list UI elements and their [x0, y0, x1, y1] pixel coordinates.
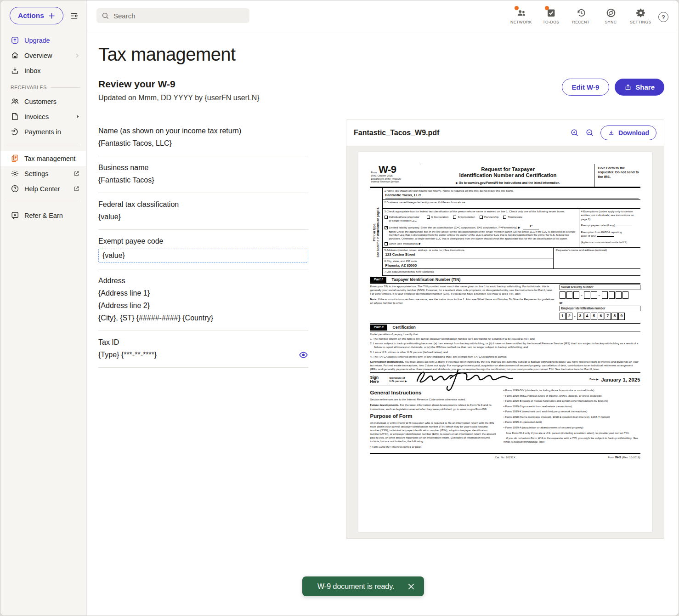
- question-mark-icon: ?: [662, 14, 665, 21]
- refer-earn-icon: [11, 211, 19, 220]
- page-title: Tax management: [98, 44, 664, 65]
- sidebar-item-refer-earn[interactable]: Refer & Earn: [0, 208, 86, 223]
- w9-part1-title: Taxpayer Identification Number (TIN): [392, 277, 461, 282]
- field-business-name: Business name {Fantastic Tacos}: [98, 156, 308, 193]
- field-label: Address: [98, 275, 308, 287]
- notification-dot: [515, 6, 519, 10]
- w9-give-form: Give Form to the requester. Do not send …: [594, 164, 640, 187]
- sidebar-item-overview[interactable]: Overview: [0, 48, 86, 63]
- updated-line: Updated on Mmm, DD YYYY by {userFN userL…: [98, 94, 260, 102]
- inbox-icon: [11, 66, 19, 75]
- signature: [413, 373, 588, 387]
- actions-label: Actions: [18, 11, 44, 20]
- w9-date-label: Date ▶: [589, 378, 598, 382]
- chevron-right-icon: [74, 53, 80, 58]
- collapse-sidebar-icon[interactable]: [69, 11, 79, 21]
- recent-button[interactable]: RECENT: [568, 7, 594, 24]
- checkbox-c-corp: [427, 216, 430, 219]
- sync-icon: [606, 8, 616, 18]
- todos-icon: [546, 8, 556, 18]
- sidebar-item-upgrade[interactable]: Upgrade: [0, 33, 86, 48]
- pdf-viewer[interactable]: FormW-9 (Rev. October 2018) Department o…: [346, 146, 664, 538]
- w9-line6-label: 6 City, state, and ZIP code: [385, 259, 551, 263]
- sidebar-item-payments-in[interactable]: Payments in: [0, 124, 86, 139]
- checkbox-trust: [503, 216, 506, 219]
- topbar-icons: NETWORK TO-DOS RECENT: [508, 7, 654, 24]
- upgrade-icon: [11, 36, 19, 45]
- w9-form-word: Form: [371, 171, 377, 174]
- zoom-in-icon[interactable]: [570, 128, 579, 137]
- w9-line7-label: 7 List account number(s) here (optional): [383, 269, 640, 276]
- sidebar-item-label: Settings: [24, 170, 48, 177]
- w9-line2-label: 2 Business name/disregarded entity name,…: [383, 200, 640, 209]
- w9-irs: Internal Revenue Service: [371, 180, 419, 183]
- sidebar-item-tax-management[interactable]: Tax management: [0, 151, 86, 166]
- field-address: Address {Address line 1} {Address line 2…: [98, 269, 308, 331]
- pdf-preview-panel: Fantastic_Tacos_W9.pdf Download: [346, 120, 664, 539]
- plus-icon: [48, 12, 55, 19]
- w9-line3-label: 3 Check appropriate box for federal tax …: [385, 210, 577, 213]
- field-value: {value}: [98, 211, 308, 223]
- w9-date-value: January 1, 2025: [601, 376, 640, 383]
- network-label: NETWORK: [510, 20, 532, 24]
- submenu-chevron-icon: [76, 114, 80, 119]
- sidebar-item-invoices[interactable]: Invoices: [0, 109, 86, 124]
- settings-button[interactable]: SETTINGS: [628, 7, 654, 24]
- edit-w9-label: Edit W-9: [572, 83, 600, 91]
- w9-part2-tag: Part II: [370, 325, 387, 331]
- reveal-tax-id-eye-icon[interactable]: [299, 351, 308, 359]
- download-icon: [608, 130, 615, 137]
- field-label: Name (as shown on your income tax return…: [98, 125, 308, 137]
- toast-close-icon[interactable]: [407, 582, 416, 591]
- help-button[interactable]: ?: [658, 12, 668, 22]
- w9-document-page: FormW-9 (Rev. October 2018) Department o…: [358, 152, 652, 532]
- sidebar-item-label: Customers: [24, 98, 57, 105]
- w9-purpose-title: Purpose of Form: [370, 413, 497, 420]
- sidebar-item-inbox[interactable]: Inbox: [0, 63, 86, 78]
- sidebar-nav: Upgrade Overview Inbox RECEIVABLES Custo…: [0, 33, 86, 223]
- settings-label: SETTINGS: [630, 20, 651, 24]
- w9-line1-value: Fantastic Tacos, LLC: [385, 193, 639, 199]
- network-button[interactable]: NETWORK: [508, 7, 534, 24]
- w9-sign-here: SignHere: [370, 376, 387, 384]
- share-label: Share: [635, 83, 655, 91]
- search-bar[interactable]: [96, 8, 249, 23]
- address-line-2: {Address line 2}: [98, 300, 308, 312]
- w9-ssn-boxes: – –: [560, 291, 640, 299]
- share-button[interactable]: Share: [615, 79, 664, 96]
- w9-title-1: Request for Taxpayer: [481, 166, 535, 172]
- sidebar-item-settings[interactable]: Settings: [0, 166, 86, 181]
- field-value: {Fantastic Tacos, LLC}: [98, 137, 308, 149]
- w9-ssn-label: Social security number: [560, 285, 640, 290]
- actions-button[interactable]: Actions: [10, 7, 63, 24]
- exempt-payee-value-box[interactable]: {value}: [98, 249, 308, 262]
- download-button[interactable]: Download: [600, 125, 656, 140]
- checkbox-individual: [385, 216, 388, 219]
- toast-message: W-9 document is ready.: [317, 582, 394, 591]
- sidebar-item-label: Upgrade: [24, 37, 50, 44]
- edit-w9-button[interactable]: Edit W-9: [562, 79, 610, 96]
- toast-notification: W-9 document is ready.: [302, 576, 424, 596]
- divider: [7, 145, 80, 145]
- zoom-out-icon[interactable]: [585, 128, 594, 137]
- w9-ein-label: Employer identification number: [560, 306, 640, 311]
- payments-in-icon: [11, 127, 19, 136]
- w9-summary-fields: Name (as shown on your income tax return…: [98, 120, 308, 368]
- field-name: Name (as shown on your income tax return…: [98, 120, 308, 156]
- pdf-filename: Fantastic_Tacos_W9.pdf: [354, 129, 439, 137]
- sync-label: SYNC: [605, 20, 617, 24]
- external-link-icon: [73, 170, 80, 177]
- sidebar-item-customers[interactable]: Customers: [0, 94, 86, 109]
- sidebar-item-label: Tax management: [24, 155, 75, 162]
- w9-part1-tag: Part I: [370, 277, 386, 283]
- sidebar-item-label: Overview: [24, 52, 52, 59]
- sync-button[interactable]: SYNC: [598, 7, 624, 24]
- field-label: Exempt payee code: [98, 235, 308, 247]
- w9-part2-title: Certification: [393, 325, 416, 330]
- w9-line5-label: 5 Address (number, street, and apt. or s…: [385, 248, 551, 252]
- search-input[interactable]: [113, 12, 244, 20]
- app-window: Actions Upgrade Overview Inbox R: [0, 0, 679, 616]
- todos-button[interactable]: TO-DOS: [538, 7, 564, 24]
- customers-icon: [11, 97, 19, 106]
- sidebar-item-help-center[interactable]: Help Center: [0, 181, 86, 196]
